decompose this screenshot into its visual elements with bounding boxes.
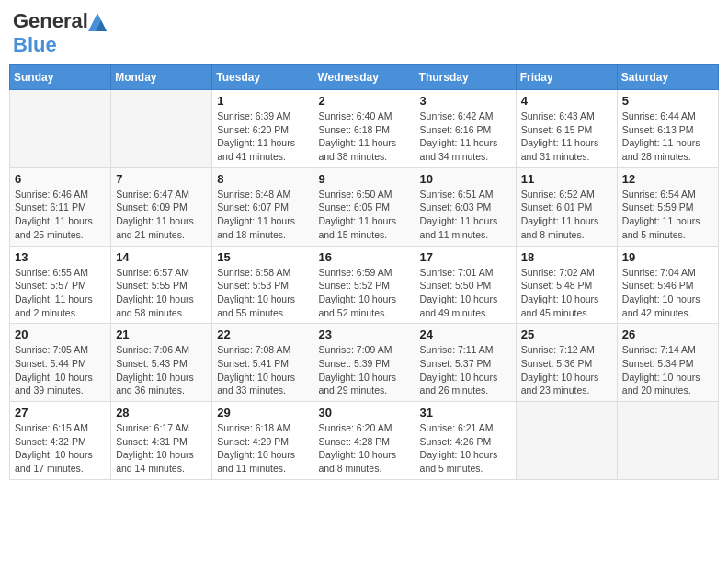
calendar-cell: 27Sunrise: 6:15 AM Sunset: 4:32 PM Dayli… xyxy=(10,402,111,480)
calendar-cell: 18Sunrise: 7:02 AM Sunset: 5:48 PM Dayli… xyxy=(516,246,617,324)
calendar-cell: 19Sunrise: 7:04 AM Sunset: 5:46 PM Dayli… xyxy=(617,246,718,324)
weekday-header-wednesday: Wednesday xyxy=(313,65,415,90)
calendar-cell: 20Sunrise: 7:05 AM Sunset: 5:44 PM Dayli… xyxy=(10,324,111,402)
day-number: 13 xyxy=(15,250,106,264)
calendar-cell: 6Sunrise: 6:46 AM Sunset: 6:11 PM Daylig… xyxy=(10,167,111,246)
day-info: Sunrise: 7:01 AM Sunset: 5:50 PM Dayligh… xyxy=(420,266,511,320)
calendar-cell: 3Sunrise: 6:42 AM Sunset: 6:16 PM Daylig… xyxy=(415,90,516,168)
day-info: Sunrise: 7:06 AM Sunset: 5:43 PM Dayligh… xyxy=(116,343,207,397)
calendar-cell: 7Sunrise: 6:47 AM Sunset: 6:09 PM Daylig… xyxy=(111,167,212,246)
calendar-cell: 10Sunrise: 6:51 AM Sunset: 6:03 PM Dayli… xyxy=(415,167,516,246)
calendar-cell xyxy=(617,402,718,480)
calendar-cell: 9Sunrise: 6:50 AM Sunset: 6:05 PM Daylig… xyxy=(313,167,415,246)
day-number: 22 xyxy=(217,327,308,341)
calendar-cell: 31Sunrise: 6:21 AM Sunset: 4:26 PM Dayli… xyxy=(415,402,516,480)
calendar-cell: 16Sunrise: 6:59 AM Sunset: 5:52 PM Dayli… xyxy=(313,246,415,324)
calendar-cell: 30Sunrise: 6:20 AM Sunset: 4:28 PM Dayli… xyxy=(313,402,415,480)
day-number: 21 xyxy=(116,327,207,341)
calendar-cell: 14Sunrise: 6:57 AM Sunset: 5:55 PM Dayli… xyxy=(111,246,212,324)
day-number: 31 xyxy=(420,406,511,419)
calendar-cell: 15Sunrise: 6:58 AM Sunset: 5:53 PM Dayli… xyxy=(212,246,313,324)
day-number: 4 xyxy=(521,94,612,108)
day-number: 17 xyxy=(420,250,511,264)
calendar-cell: 4Sunrise: 6:43 AM Sunset: 6:15 PM Daylig… xyxy=(516,90,617,168)
day-number: 1 xyxy=(217,94,308,108)
logo-general: General xyxy=(13,9,88,33)
day-number: 5 xyxy=(622,94,713,108)
day-info: Sunrise: 6:52 AM Sunset: 6:01 PM Dayligh… xyxy=(521,188,612,242)
calendar-cell: 22Sunrise: 7:08 AM Sunset: 5:41 PM Dayli… xyxy=(212,324,313,402)
day-info: Sunrise: 6:44 AM Sunset: 6:13 PM Dayligh… xyxy=(622,109,713,164)
weekday-header-tuesday: Tuesday xyxy=(212,65,313,90)
day-info: Sunrise: 6:57 AM Sunset: 5:55 PM Dayligh… xyxy=(116,266,207,320)
day-number: 15 xyxy=(217,250,308,264)
day-info: Sunrise: 6:55 AM Sunset: 5:57 PM Dayligh… xyxy=(15,266,106,320)
weekday-header-row: SundayMondayTuesdayWednesdayThursdayFrid… xyxy=(10,65,719,90)
day-number: 24 xyxy=(420,327,511,341)
day-info: Sunrise: 6:59 AM Sunset: 5:52 PM Dayligh… xyxy=(318,266,409,320)
day-number: 7 xyxy=(116,172,207,186)
calendar-cell: 26Sunrise: 7:14 AM Sunset: 5:34 PM Dayli… xyxy=(617,324,718,402)
day-info: Sunrise: 7:12 AM Sunset: 5:36 PM Dayligh… xyxy=(521,343,612,397)
day-info: Sunrise: 7:09 AM Sunset: 5:39 PM Dayligh… xyxy=(318,343,409,397)
day-number: 26 xyxy=(622,327,713,341)
calendar-cell: 17Sunrise: 7:01 AM Sunset: 5:50 PM Dayli… xyxy=(415,246,516,324)
calendar-cell: 24Sunrise: 7:11 AM Sunset: 5:37 PM Dayli… xyxy=(415,324,516,402)
day-info: Sunrise: 6:47 AM Sunset: 6:09 PM Dayligh… xyxy=(116,188,207,242)
calendar-cell xyxy=(516,402,617,480)
day-info: Sunrise: 6:18 AM Sunset: 4:29 PM Dayligh… xyxy=(217,421,308,476)
logo: GeneralBlue xyxy=(13,9,116,57)
day-info: Sunrise: 6:42 AM Sunset: 6:16 PM Dayligh… xyxy=(420,109,511,164)
calendar-cell: 12Sunrise: 6:54 AM Sunset: 5:59 PM Dayli… xyxy=(617,167,718,246)
weekday-header-friday: Friday xyxy=(516,65,617,90)
day-info: Sunrise: 6:48 AM Sunset: 6:07 PM Dayligh… xyxy=(217,188,308,242)
day-info: Sunrise: 6:50 AM Sunset: 6:05 PM Dayligh… xyxy=(318,188,409,242)
day-number: 20 xyxy=(15,327,106,341)
logo-triangle-icon xyxy=(88,11,116,31)
day-number: 3 xyxy=(420,94,511,108)
day-number: 29 xyxy=(217,406,308,419)
calendar-cell: 2Sunrise: 6:40 AM Sunset: 6:18 PM Daylig… xyxy=(313,90,415,168)
day-info: Sunrise: 6:51 AM Sunset: 6:03 PM Dayligh… xyxy=(420,188,511,242)
calendar-cell: 1Sunrise: 6:39 AM Sunset: 6:20 PM Daylig… xyxy=(212,90,313,168)
calendar-week-row: 13Sunrise: 6:55 AM Sunset: 5:57 PM Dayli… xyxy=(10,246,719,324)
day-number: 25 xyxy=(521,327,612,341)
calendar-week-row: 27Sunrise: 6:15 AM Sunset: 4:32 PM Dayli… xyxy=(10,402,719,480)
day-number: 18 xyxy=(521,250,612,264)
calendar-cell: 28Sunrise: 6:17 AM Sunset: 4:31 PM Dayli… xyxy=(111,402,212,480)
weekday-header-thursday: Thursday xyxy=(415,65,516,90)
page-header: GeneralBlue xyxy=(9,9,719,57)
day-number: 11 xyxy=(521,172,612,186)
day-number: 6 xyxy=(15,172,106,186)
calendar-cell: 5Sunrise: 6:44 AM Sunset: 6:13 PM Daylig… xyxy=(617,90,718,168)
day-number: 10 xyxy=(420,172,511,186)
day-info: Sunrise: 6:15 AM Sunset: 4:32 PM Dayligh… xyxy=(15,421,106,476)
calendar-cell: 8Sunrise: 6:48 AM Sunset: 6:07 PM Daylig… xyxy=(212,167,313,246)
day-number: 14 xyxy=(116,250,207,264)
day-number: 27 xyxy=(15,406,106,419)
weekday-header-saturday: Saturday xyxy=(617,65,718,90)
weekday-header-monday: Monday xyxy=(111,65,212,90)
day-info: Sunrise: 6:43 AM Sunset: 6:15 PM Dayligh… xyxy=(521,109,612,164)
calendar-week-row: 20Sunrise: 7:05 AM Sunset: 5:44 PM Dayli… xyxy=(10,324,719,402)
day-info: Sunrise: 7:11 AM Sunset: 5:37 PM Dayligh… xyxy=(420,343,511,397)
day-number: 2 xyxy=(318,94,409,108)
calendar-table: SundayMondayTuesdayWednesdayThursdayFrid… xyxy=(9,64,719,480)
logo-blue-label: Blue xyxy=(13,33,57,57)
day-number: 19 xyxy=(622,250,713,264)
day-number: 16 xyxy=(318,250,409,264)
calendar-week-row: 6Sunrise: 6:46 AM Sunset: 6:11 PM Daylig… xyxy=(10,167,719,246)
day-info: Sunrise: 7:02 AM Sunset: 5:48 PM Dayligh… xyxy=(521,266,612,320)
day-info: Sunrise: 7:08 AM Sunset: 5:41 PM Dayligh… xyxy=(217,343,308,397)
calendar-cell xyxy=(10,90,111,168)
day-info: Sunrise: 6:46 AM Sunset: 6:11 PM Dayligh… xyxy=(15,188,106,242)
day-info: Sunrise: 6:17 AM Sunset: 4:31 PM Dayligh… xyxy=(116,421,207,476)
calendar-cell: 13Sunrise: 6:55 AM Sunset: 5:57 PM Dayli… xyxy=(10,246,111,324)
day-info: Sunrise: 6:21 AM Sunset: 4:26 PM Dayligh… xyxy=(420,421,511,476)
calendar-cell: 23Sunrise: 7:09 AM Sunset: 5:39 PM Dayli… xyxy=(313,324,415,402)
day-info: Sunrise: 6:40 AM Sunset: 6:18 PM Dayligh… xyxy=(318,109,409,164)
calendar-cell: 29Sunrise: 6:18 AM Sunset: 4:29 PM Dayli… xyxy=(212,402,313,480)
day-info: Sunrise: 6:39 AM Sunset: 6:20 PM Dayligh… xyxy=(217,109,308,164)
calendar-week-row: 1Sunrise: 6:39 AM Sunset: 6:20 PM Daylig… xyxy=(10,90,719,168)
calendar-cell: 25Sunrise: 7:12 AM Sunset: 5:36 PM Dayli… xyxy=(516,324,617,402)
